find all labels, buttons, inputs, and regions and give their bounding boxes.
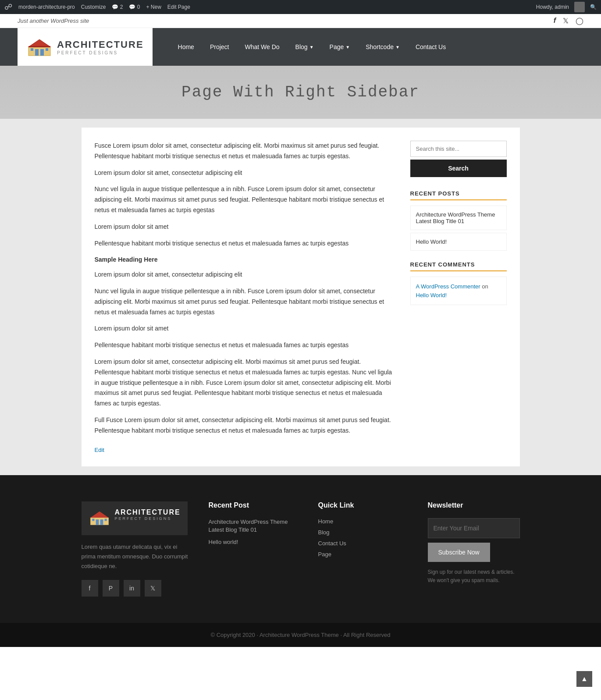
recent-post-item-1[interactable]: Architecture WordPress Theme Latest Blog… <box>410 206 507 230</box>
content-outer: Fusce Lorem ipsum dolor sit amet, consec… <box>0 119 601 475</box>
recent-comment-item-1: A WordPress Commenter on Hello World! <box>410 277 507 305</box>
recent-comments-title: RECENT COMMENTS <box>410 261 507 271</box>
comment-on: on <box>482 283 488 290</box>
recent-post-item-2[interactable]: Hello World! <box>410 233 507 251</box>
comments-link[interactable]: 💬 2 <box>112 4 123 10</box>
content-para-3: Nunc vel ligula in augue tristique pelle… <box>95 184 393 215</box>
footer-bottom: © Copyright 2020 · Architecture WordPres… <box>0 623 601 647</box>
svg-rect-2 <box>35 49 39 56</box>
copyright-text: © Copyright 2020 · Architecture WordPres… <box>210 632 390 638</box>
pending-icon: 💬 <box>129 4 135 10</box>
page-title: Page With Right Sidebar <box>9 83 592 101</box>
content-para-6: Lorem ipsum dolor sit amet, consectetur … <box>95 270 393 280</box>
footer-pinterest-icon[interactable]: P <box>103 580 119 597</box>
top-social-icons: f 𝕏 ◯ <box>554 17 583 25</box>
footer-quick-page[interactable]: Page <box>318 551 410 558</box>
search-button[interactable]: Search <box>410 160 507 177</box>
footer: ARCHITECTURE PERFECT DESIGNS Lorem quas … <box>0 475 601 623</box>
admin-search-icon[interactable]: 🔍 <box>590 4 597 10</box>
footer-newsletter-col: Newsletter Subscribe Now Sign up for our… <box>428 501 520 597</box>
footer-post-link-1[interactable]: Architecture WordPress Theme Latest Blog… <box>209 518 301 534</box>
search-input[interactable] <box>410 141 507 157</box>
content-para-9: Pellentesque habitant morbi tristique se… <box>95 340 393 351</box>
site-header: ARCHITECTURE PERFECT DESIGNS Home Projec… <box>0 28 601 66</box>
wp-icon[interactable]: ☍ <box>4 2 12 12</box>
content-para-7: Nunc vel ligula in augue tristique pelle… <box>95 286 393 317</box>
site-tagline: Just another WordPress site <box>18 18 89 24</box>
edit-link[interactable]: Edit <box>95 447 104 453</box>
svg-marker-1 <box>28 39 50 47</box>
blog-dropdown-arrow: ▼ <box>309 45 314 50</box>
footer-logo-title: ARCHITECTURE <box>114 508 180 516</box>
footer-quick-contact[interactable]: Contact Us <box>318 540 410 547</box>
sample-heading: Sample Heading Here <box>95 255 393 265</box>
site-logo[interactable]: ARCHITECTURE PERFECT DESIGNS <box>18 28 153 66</box>
footer-logo-col: ARCHITECTURE PERFECT DESIGNS Lorem quas … <box>82 501 191 597</box>
nav-page[interactable]: Page ▼ <box>322 30 358 64</box>
twitter-top-icon[interactable]: 𝕏 <box>563 17 569 25</box>
content-para-1: Fusce Lorem ipsum dolor sit amet, consec… <box>95 141 393 162</box>
svg-rect-6 <box>28 46 50 47</box>
content-para-8: Lorem ipsum dolor sit amet <box>95 323 393 334</box>
content-inner: Fusce Lorem ipsum dolor sit amet, consec… <box>82 128 520 466</box>
nav-project[interactable]: Project <box>202 30 237 64</box>
svg-rect-9 <box>96 519 99 525</box>
footer-quick-links-col: Quick Link Home Blog Contact Us Page <box>318 501 410 597</box>
footer-tagline: Lorem quas utamur delicata qui, vix ei p… <box>82 542 191 571</box>
page-hero: Page With Right Sidebar <box>0 66 601 119</box>
comment-author[interactable]: A WordPress Commenter <box>416 283 480 290</box>
footer-twitter-icon[interactable]: 𝕏 <box>145 580 161 597</box>
content-para-2: Lorem ipsum dolor sit amet, consectetur … <box>95 168 393 178</box>
customize-link[interactable]: Customize <box>81 4 106 10</box>
svg-rect-5 <box>46 48 48 51</box>
nav-blog[interactable]: Blog ▼ <box>288 30 322 64</box>
footer-recent-posts-title: Recent Post <box>209 501 301 509</box>
nav-contact-us[interactable]: Contact Us <box>408 30 454 64</box>
sidebar: Search RECENT POSTS Architecture WordPre… <box>410 141 507 453</box>
footer-quick-home[interactable]: Home <box>318 518 410 525</box>
page-wrapper: Page With Right Sidebar Fusce Lorem ipsu… <box>0 66 601 475</box>
pending-link[interactable]: 💬 0 <box>129 4 140 10</box>
footer-newsletter-title: Newsletter <box>428 501 520 509</box>
footer-social-icons: f P in 𝕏 <box>82 580 191 597</box>
content-para-4: Lorem ipsum dolor sit amet <box>95 222 393 232</box>
footer-logo-subtitle: PERFECT DESIGNS <box>114 516 180 521</box>
main-nav: Home Project What We Do Blog ▼ Page ▼ Sh… <box>170 30 454 64</box>
newsletter-subscribe-button[interactable]: Subscribe Now <box>428 543 490 562</box>
footer-grid: ARCHITECTURE PERFECT DESIGNS Lorem quas … <box>82 501 520 614</box>
footer-post-link-2[interactable]: Hello world! <box>209 538 301 546</box>
nav-home[interactable]: Home <box>170 30 202 64</box>
logo-building-icon <box>26 36 53 58</box>
page-dropdown-arrow: ▼ <box>345 45 350 50</box>
newsletter-email-input[interactable] <box>428 518 520 538</box>
facebook-top-icon[interactable]: f <box>554 17 556 25</box>
nav-what-we-do[interactable]: What We Do <box>237 30 288 64</box>
howdy-text: Howdy, admin <box>536 4 569 10</box>
comment-post[interactable]: Hello World! <box>416 292 447 298</box>
footer-linkedin-icon[interactable]: in <box>124 580 140 597</box>
content-para-11: Full Fusce Lorem ipsum dolor sit amet, c… <box>95 415 393 436</box>
admin-bar: ☍ morden-architecture-pro Customize 💬 2 … <box>0 0 601 14</box>
footer-facebook-icon[interactable]: f <box>82 580 98 597</box>
svg-rect-11 <box>92 519 94 521</box>
footer-quick-blog[interactable]: Blog <box>318 529 410 536</box>
footer-logo-box: ARCHITECTURE PERFECT DESIGNS <box>82 501 188 535</box>
sidebar-search-box: Search <box>410 141 507 177</box>
svg-rect-12 <box>104 519 107 521</box>
svg-marker-8 <box>90 511 109 517</box>
svg-rect-4 <box>31 48 33 51</box>
recent-posts-section: RECENT POSTS Architecture WordPress Them… <box>410 190 507 251</box>
newsletter-note: Sign up for our latest news & articles. … <box>428 568 520 585</box>
new-link[interactable]: + New <box>146 4 161 10</box>
main-content: Fusce Lorem ipsum dolor sit amet, consec… <box>95 141 393 453</box>
edit-page-link[interactable]: Edit Page <box>167 4 190 10</box>
top-bar: Just another WordPress site f 𝕏 ◯ <box>0 14 601 28</box>
shortcode-dropdown-arrow: ▼ <box>395 45 400 50</box>
recent-posts-title: RECENT POSTS <box>410 190 507 200</box>
svg-rect-10 <box>100 519 103 525</box>
svg-rect-3 <box>40 49 44 56</box>
instagram-top-icon[interactable]: ◯ <box>576 17 583 25</box>
nav-shortcode[interactable]: Shortcode ▼ <box>358 30 408 64</box>
site-name-link[interactable]: morden-architecture-pro <box>18 4 75 10</box>
footer-quick-links-title: Quick Link <box>318 501 410 509</box>
